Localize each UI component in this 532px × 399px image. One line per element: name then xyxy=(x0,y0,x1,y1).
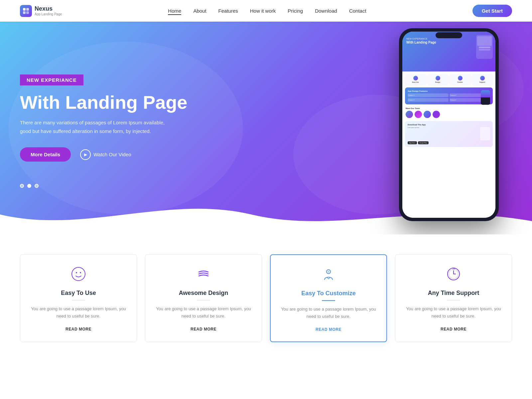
get-start-button[interactable]: Get Start xyxy=(472,5,512,17)
feature-divider-3 xyxy=(322,300,335,301)
dot-1[interactable] xyxy=(20,184,24,188)
svg-point-11 xyxy=(328,271,330,273)
logo[interactable]: Nexus App Landing Page xyxy=(20,5,62,17)
feature-card-4: 24 Any Time Support You are going to use… xyxy=(395,254,512,342)
feature-title-2: Awesome Design xyxy=(153,290,254,297)
dot-2[interactable] xyxy=(27,184,31,188)
features-grid: Easy To Use You are going to use a passa… xyxy=(20,254,512,342)
nav-pricing[interactable]: Pricing xyxy=(288,8,303,14)
nav-download[interactable]: Download xyxy=(315,8,337,14)
hero-title: With Landing Page xyxy=(20,92,187,113)
feature-icon-2 xyxy=(153,267,254,284)
feature-desc-3: You are going to use a passage lorem Ips… xyxy=(279,306,378,320)
svg-point-9 xyxy=(80,272,81,273)
brand-sub: App Landing Page xyxy=(35,12,62,16)
nav-home[interactable]: Home xyxy=(168,8,181,15)
feature-icon-3 xyxy=(279,267,378,285)
svg-rect-1 xyxy=(26,8,29,11)
feature-title-1: Easy To Use xyxy=(28,290,129,297)
feature-link-1[interactable]: READ MORE xyxy=(66,327,91,332)
video-label: Watch Our Video xyxy=(93,152,131,157)
features-section: Easy To Use You are going to use a passa… xyxy=(0,234,532,355)
feature-divider-4 xyxy=(447,300,460,301)
svg-rect-2 xyxy=(23,11,26,14)
play-icon: ▶ xyxy=(80,149,91,160)
hero-section: NEW EXPERIANCE With Landing Page There a… xyxy=(0,22,532,234)
hero-badge: NEW EXPERIANCE xyxy=(20,74,83,85)
watch-video-button[interactable]: ▶ Watch Our Video xyxy=(80,149,131,160)
phone-notch xyxy=(436,32,462,38)
feature-link-2[interactable]: READ MORE xyxy=(191,327,216,332)
svg-rect-0 xyxy=(23,8,26,11)
feature-title-4: Any Time Support xyxy=(403,290,504,297)
feature-desc-2: You are going to use a passage lorem Ips… xyxy=(153,305,254,320)
hero-actions: More Details ▶ Watch Our Video xyxy=(20,147,187,162)
more-details-button[interactable]: More Details xyxy=(20,147,71,162)
feature-card-1: Easy To Use You are going to use a passa… xyxy=(20,254,137,342)
nav-contact[interactable]: Contact xyxy=(349,8,366,14)
feature-card-3: Easy To Customize You are going to use a… xyxy=(270,254,387,342)
nav-features[interactable]: Features xyxy=(218,8,238,14)
feature-link-4[interactable]: READ MORE xyxy=(441,327,466,332)
svg-text:24: 24 xyxy=(453,267,455,270)
svg-point-8 xyxy=(76,272,77,273)
feature-icon-1 xyxy=(28,267,129,284)
nav-howitwork[interactable]: How it work xyxy=(250,8,276,14)
svg-point-7 xyxy=(72,267,85,281)
feature-link-3[interactable]: READ MORE xyxy=(316,327,341,332)
navbar: Nexus App Landing Page Home About Featur… xyxy=(0,0,532,22)
hero-description: There are many variations of passages of… xyxy=(20,118,166,135)
feature-title-3: Easy To Customize xyxy=(279,290,378,297)
brand-name: Nexus xyxy=(35,6,62,12)
slider-dots xyxy=(20,184,39,188)
svg-rect-3 xyxy=(26,11,29,14)
feature-card-2: Awesome Design You are going to use a pa… xyxy=(145,254,262,342)
feature-icon-4: 24 xyxy=(403,267,504,284)
feature-desc-4: You are going to use a passage lorem Ips… xyxy=(403,305,504,320)
nav-about[interactable]: About xyxy=(193,8,206,14)
feature-divider-2 xyxy=(197,300,210,301)
feature-desc-1: You are going to use a passage lorem Ips… xyxy=(28,305,129,320)
phone-mockup: NEW EXPERIANCE With Landing Page Easy Us… xyxy=(399,28,505,221)
logo-icon xyxy=(20,5,32,17)
dot-3[interactable] xyxy=(35,184,39,188)
nav-links: Home About Features How it work Pricing … xyxy=(168,8,366,14)
feature-divider-1 xyxy=(72,300,85,301)
